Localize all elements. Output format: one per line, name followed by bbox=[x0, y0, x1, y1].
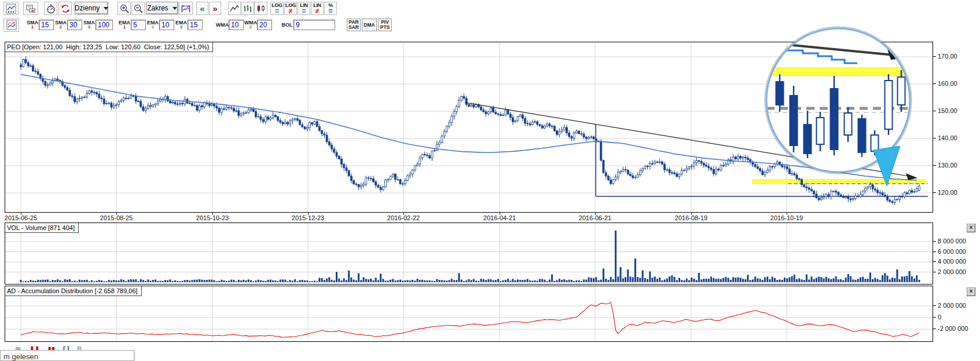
indicator-input-sma2[interactable] bbox=[67, 20, 82, 30]
volume-axis-tick bbox=[933, 241, 936, 242]
candle-chart-icon bbox=[256, 3, 266, 14]
bar-chart-button[interactable] bbox=[241, 2, 254, 15]
price-axis-tick bbox=[933, 56, 936, 57]
lin-rel-button-symbol: ≠ bbox=[315, 8, 320, 14]
volume-chart-svg[interactable] bbox=[5, 223, 933, 284]
lin-abs-button-symbol: = bbox=[302, 8, 306, 14]
x-axis-label: 2016-10-19 bbox=[764, 214, 810, 221]
ad-line bbox=[21, 302, 919, 337]
price-axis-tick bbox=[933, 83, 936, 84]
range-dropdown-label: Zakres bbox=[147, 4, 168, 12]
ad-chart-svg[interactable] bbox=[5, 286, 933, 341]
ad-axis-label: 2 000 000 bbox=[938, 302, 978, 309]
x-axis-label: 2016-04-21 bbox=[476, 214, 523, 221]
volume-panel-title: VOL - Volume [871 404] bbox=[5, 223, 79, 233]
percent-button-symbol: = bbox=[328, 8, 332, 14]
line-chart-icon bbox=[229, 3, 240, 14]
indicator-sub-2: 2 bbox=[152, 25, 154, 30]
indicator-input-ema2[interactable] bbox=[159, 20, 174, 30]
range-fit-icon bbox=[181, 3, 191, 14]
x-axis-label: 2015-08-25 bbox=[93, 214, 140, 221]
zoom-out-icon bbox=[133, 3, 144, 14]
notification-tooltip: m gelesen bbox=[0, 350, 134, 361]
range-dropdown[interactable]: Zakres bbox=[146, 2, 178, 14]
lin-abs-button[interactable]: LIN= bbox=[298, 2, 310, 15]
indicator-sub-2: 2 bbox=[249, 25, 252, 30]
chart-settings-button[interactable] bbox=[3, 2, 19, 15]
indicator-sub-2: 2 bbox=[60, 25, 62, 30]
chart-settings-icon bbox=[6, 3, 16, 14]
ad-axis-label: -2 000 000 bbox=[938, 325, 978, 332]
indicator-input-sma1[interactable] bbox=[39, 20, 54, 30]
scroll-right-button[interactable]: » bbox=[209, 2, 221, 15]
timer-icon bbox=[46, 3, 56, 14]
price-axis-label: 160,00 bbox=[938, 80, 978, 87]
indicator-input-sma3[interactable] bbox=[96, 20, 113, 30]
volume-axis-tick bbox=[933, 272, 936, 272]
log-rel-button[interactable]: LOG≠ bbox=[284, 2, 297, 15]
zoom-in-button[interactable] bbox=[118, 2, 131, 15]
price-axis-label: 150,00 bbox=[938, 107, 978, 114]
refresh-button[interactable] bbox=[58, 2, 72, 15]
indicator-input-bol[interactable] bbox=[293, 20, 335, 30]
dma-button[interactable]: DMA bbox=[362, 19, 377, 31]
indicator-sub-3: 3 bbox=[88, 25, 90, 30]
volume-panel: VOL - Volume [871 404] bbox=[5, 223, 933, 285]
candle-chart-button[interactable] bbox=[254, 2, 267, 15]
close-ad-panel-button[interactable]: × bbox=[967, 287, 975, 296]
ad-axis-tick bbox=[933, 329, 936, 329]
ad-panel: AD - Accumulation Distribution [-2 658 7… bbox=[5, 286, 933, 342]
x-axis-label: 2015-10-23 bbox=[189, 214, 236, 221]
indicator-label-ema2: EMA2 bbox=[147, 19, 159, 31]
ad-axis-tick bbox=[933, 317, 936, 318]
indicator-input-ema3[interactable] bbox=[188, 20, 203, 30]
range-fit-button[interactable] bbox=[179, 2, 193, 15]
price-axis-tick bbox=[933, 192, 936, 193]
log-rel-button-symbol: ≠ bbox=[289, 8, 293, 14]
price-axis-label: 140,00 bbox=[938, 134, 978, 141]
export-window-button[interactable] bbox=[23, 2, 38, 15]
volume-axis-tick bbox=[933, 251, 936, 252]
ad-panel-title: AD - Accumulation Distribution [-2 658 7… bbox=[5, 286, 142, 296]
volume-axis-tick bbox=[933, 261, 936, 262]
indicator-sub-1: 1 bbox=[123, 25, 126, 30]
price-axis-label: 120,00 bbox=[938, 189, 978, 196]
interval-dropdown[interactable]: Dzienny bbox=[75, 2, 108, 14]
ad-axis-label: 0 bbox=[938, 313, 978, 320]
yellow-band-annotation bbox=[753, 180, 926, 184]
lin-rel-button[interactable]: LIN≠ bbox=[311, 2, 324, 15]
price-axis-label: 130,00 bbox=[938, 162, 978, 169]
scroll-left-button[interactable]: « bbox=[196, 2, 208, 15]
indicator-toolbar: +SMA1SMA2SMA3EMA1EMA2EMA3WMAWMA2BOLPARSA… bbox=[0, 18, 392, 32]
percent-button[interactable]: %= bbox=[324, 2, 337, 15]
price-axis-tick bbox=[933, 111, 936, 111]
indicator-input-wma2[interactable] bbox=[257, 20, 272, 30]
indicator-input-wma[interactable] bbox=[229, 20, 244, 30]
ad-gridlines bbox=[5, 286, 933, 341]
par-sar-button[interactable]: PARSAR bbox=[347, 19, 361, 31]
bar-chart-icon bbox=[243, 3, 253, 14]
x-axis-label: 2016-02-22 bbox=[380, 214, 427, 221]
price-panel-title: PEO [Open: 121,00 High: 123,25 Low: 120,… bbox=[5, 42, 213, 52]
indicator-input-ema1[interactable] bbox=[131, 20, 146, 30]
zoom-out-button[interactable] bbox=[131, 2, 145, 15]
x-axis-label: 2015-06-25 bbox=[0, 214, 44, 221]
x-axis-label: 2015-12-23 bbox=[285, 214, 331, 221]
indicator-sub-3: 3 bbox=[180, 25, 182, 30]
log-abs-button[interactable]: LOG= bbox=[270, 2, 284, 15]
price-axis-tick bbox=[933, 138, 936, 138]
volume-axis-label: 6 000 000 bbox=[938, 248, 978, 255]
indicator-label-wma: WMA bbox=[216, 19, 228, 31]
piv-pts-button[interactable]: PIVPTS bbox=[378, 19, 392, 31]
line-chart-button[interactable] bbox=[228, 2, 241, 15]
export-window-icon bbox=[25, 3, 36, 14]
timer-button[interactable] bbox=[44, 2, 57, 15]
chevron-down-icon bbox=[172, 7, 177, 12]
volume-bars bbox=[20, 231, 920, 282]
price-chart-svg[interactable] bbox=[5, 42, 933, 212]
add-study-button[interactable]: + bbox=[3, 19, 19, 32]
price-chart-panel: PEO [Open: 121,00 High: 123,25 Low: 120,… bbox=[5, 42, 933, 213]
log-abs-button-symbol: = bbox=[275, 8, 279, 14]
chevron-down-icon bbox=[104, 7, 108, 12]
close-volume-panel-button[interactable]: × bbox=[967, 224, 975, 232]
